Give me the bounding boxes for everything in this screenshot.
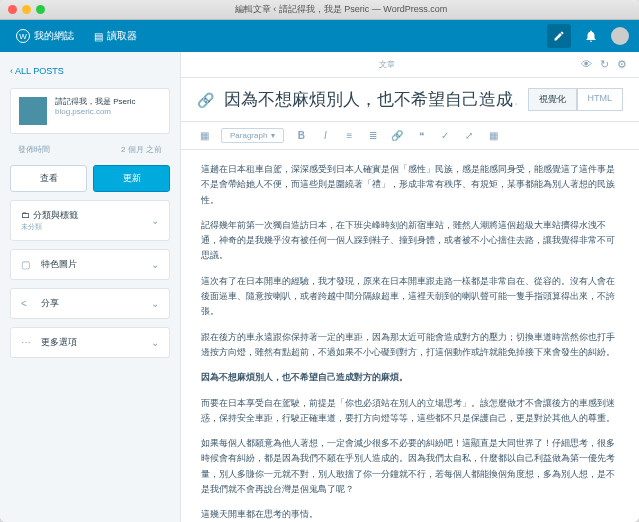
tab-visual[interactable]: 視覺化 [528,88,577,111]
paragraph[interactable]: 這趟在日本租車自駕，深深感受到日本人確實是個「感性」民族，感是能感同身受，能感覺… [201,162,619,208]
chevron-down-icon: ⌄ [151,337,159,348]
site-url: blog.pseric.com [55,107,135,117]
minimize-dot[interactable] [22,5,31,14]
user-avatar[interactable] [611,27,629,45]
tab-html[interactable]: HTML [577,88,624,111]
update-button[interactable]: 更新 [93,165,170,192]
paragraph[interactable]: 而要在日本享受自在駕駛，前提是「你也必須站在別人的立場思考」。該怎麼做才不會讓後… [201,396,619,427]
categories-panel[interactable]: 🗀 分類與標籤 未分類 ⌄ [10,200,170,241]
editor-body[interactable]: 這趟在日本租車自駕，深深感受到日本人確實是個「感性」民族，感是能感同身受，能感覺… [181,150,639,522]
list-ol-icon[interactable]: ≣ [366,130,380,141]
site-card[interactable]: 請記得我，我是 Pseric blog.pseric.com [10,88,170,134]
share-icon: < [21,298,33,309]
compose-button[interactable] [547,24,571,48]
expand-icon[interactable]: ⤢ [462,130,476,141]
kitchen-sink-icon[interactable]: ▦ [486,130,500,141]
chevron-down-icon: ⌄ [151,298,159,309]
paragraph[interactable]: 這幾天開車都在思考的事情。 [201,507,619,522]
format-select[interactable]: Paragraph ▾ [221,128,284,143]
editor-pane: 文章 👁 ↻ ⚙ 🔗 因為不想麻煩別人，也不希望自己造成… 視覺化 HTML ▦… [180,52,639,522]
site-name: 請記得我，我是 Pseric [55,97,135,107]
reader-icon: ▤ [94,31,103,42]
permalink-icon[interactable]: 🔗 [197,92,214,108]
share-item[interactable]: < 分享 ⌄ [10,288,170,319]
italic-icon[interactable]: I [318,130,332,141]
window-title: 編輯文章 ‹ 請記得我，我是 Pseric — WordPress.com [51,3,631,16]
paragraph-bold[interactable]: 因為不想麻煩別人，也不希望自己造成對方的麻煩。 [201,370,619,385]
paragraph[interactable]: 記得幾年前第一次獨自造訪日本，在下班尖峰時刻的新宿車站，雖然人潮將這個超級大車站… [201,218,619,264]
more-options-item[interactable]: ⋯ 更多選項 ⌄ [10,327,170,358]
reader-link[interactable]: ▤ 讀取器 [88,29,143,43]
history-icon[interactable]: ↻ [600,58,609,71]
folder-icon: 🗀 [21,210,30,220]
paragraph[interactable]: 這次有了在日本開車的經驗，我才發現，原來在日本開車跟走路一樣都是非常自在、從容的… [201,274,619,320]
view-button[interactable]: 查看 [10,165,87,192]
content-type-label: 文章 [193,59,581,70]
settings-icon[interactable]: ⚙ [617,58,627,71]
notifications-button[interactable] [579,24,603,48]
more-icon: ⋯ [21,337,33,348]
paragraph[interactable]: 如果每個人都願意為他人著想，一定會減少很多不必要的糾紛吧！這顯直是大同世界了！仔… [201,436,619,497]
chevron-down-icon: ⌄ [151,259,159,270]
chevron-down-icon: ▾ [271,131,275,140]
close-dot[interactable] [8,5,17,14]
post-title-input[interactable]: 因為不想麻煩別人，也不希望自己造成… [224,88,518,111]
editor-toolbar: ▦ Paragraph ▾ B I ≡ ≣ 🔗 ❝ ✓ ⤢ ▦ [181,121,639,150]
quote-icon[interactable]: ❝ [414,130,428,141]
bold-icon[interactable]: B [294,130,308,141]
my-sites-link[interactable]: W 我的網誌 [10,29,80,43]
image-icon: ▢ [21,259,33,270]
spell-icon[interactable]: ✓ [438,130,452,141]
site-thumbnail [19,97,47,125]
publish-label: 發佈時間 [18,144,50,155]
traffic-lights[interactable] [8,5,45,14]
paragraph[interactable]: 跟在後方的車永遠跟你保持著一定的車距，因為那太近可能會造成對方的壓力；切換車道時… [201,330,619,361]
wordpress-icon: W [16,29,30,43]
media-icon[interactable]: ▦ [197,130,211,141]
titlebar: 編輯文章 ‹ 請記得我，我是 Pseric — WordPress.com [0,0,639,20]
visibility-icon[interactable]: 👁 [581,58,592,71]
list-ul-icon[interactable]: ≡ [342,130,356,141]
back-to-posts[interactable]: ‹ ALL POSTS [10,62,170,80]
zoom-dot[interactable] [36,5,45,14]
publish-value: 2 個月 之前 [121,144,162,155]
chevron-down-icon: ⌄ [151,215,159,226]
link-icon[interactable]: 🔗 [390,130,404,141]
wp-topbar: W 我的網誌 ▤ 讀取器 [0,20,639,52]
featured-image-item[interactable]: ▢ 特色圖片 ⌄ [10,249,170,280]
sidebar: ‹ ALL POSTS 請記得我，我是 Pseric blog.pseric.c… [0,52,180,522]
